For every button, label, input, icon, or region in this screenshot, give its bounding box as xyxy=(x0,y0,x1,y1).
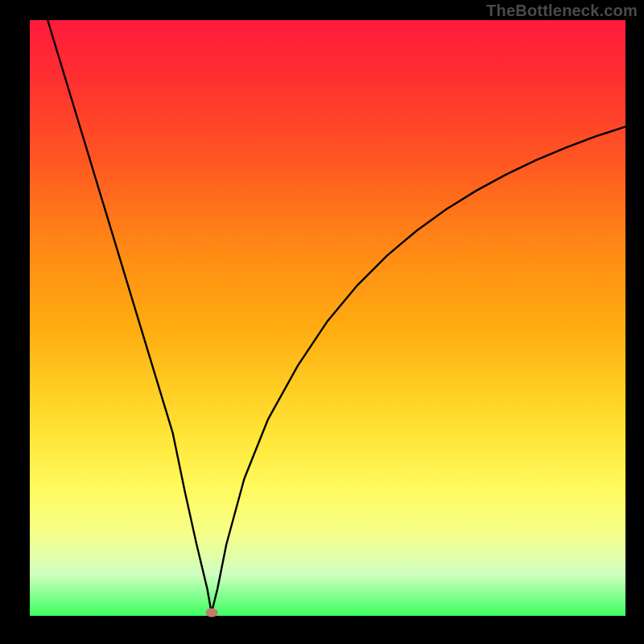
optimum-marker xyxy=(205,609,217,617)
bottleneck-curve xyxy=(47,20,625,613)
curve-svg xyxy=(30,20,625,616)
watermark-text: TheBottleneck.com xyxy=(486,2,638,20)
chart-frame: TheBottleneck.com xyxy=(0,0,644,644)
plot-area xyxy=(30,20,625,616)
